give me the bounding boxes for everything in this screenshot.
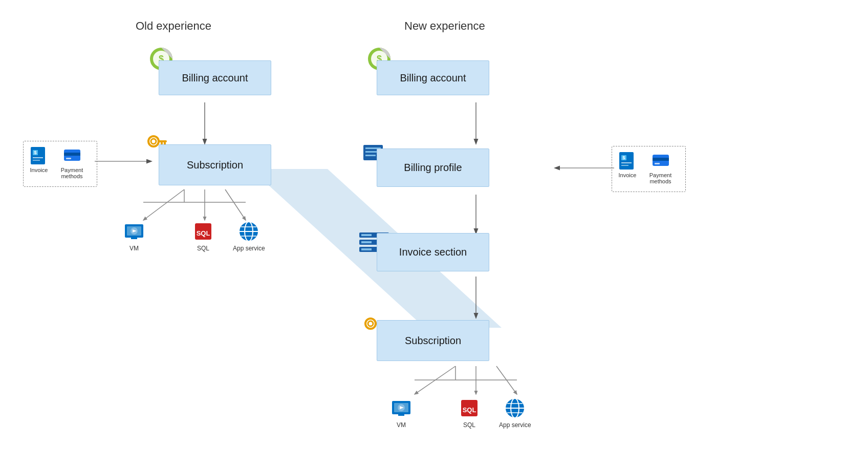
svg-rect-47 bbox=[66, 158, 71, 159]
old-subscription-label: Subscription bbox=[187, 159, 243, 171]
svg-rect-58 bbox=[361, 234, 372, 236]
old-appservice-icon-wrap: App service bbox=[233, 220, 265, 252]
svg-rect-54 bbox=[365, 155, 376, 156]
new-appservice-label: App service bbox=[499, 421, 531, 429]
svg-rect-79 bbox=[619, 152, 634, 170]
new-subscription-box: Subscription bbox=[377, 320, 489, 361]
svg-point-62 bbox=[368, 321, 373, 326]
old-billing-account-box: Billing account bbox=[159, 60, 271, 95]
old-subscription-box: Subscription bbox=[159, 144, 271, 185]
svg-point-22 bbox=[148, 136, 159, 146]
new-payment-icon-wrap: Payment methods bbox=[642, 152, 679, 184]
svg-text:$: $ bbox=[622, 155, 625, 160]
new-title: New experience bbox=[404, 19, 485, 33]
new-dashed-box: $ Invoice Payment methods bbox=[612, 146, 686, 192]
old-invoice-label: Invoice bbox=[30, 167, 48, 173]
svg-point-23 bbox=[151, 139, 156, 144]
svg-rect-59 bbox=[361, 241, 372, 243]
old-sql-label: SQL bbox=[197, 245, 209, 252]
svg-line-4 bbox=[225, 189, 246, 220]
new-invoice-icon: $ bbox=[618, 152, 637, 170]
old-billing-account-label: Billing account bbox=[182, 72, 248, 84]
svg-text:SQL: SQL bbox=[463, 406, 476, 414]
svg-rect-43 bbox=[33, 160, 40, 161]
old-title: Old experience bbox=[136, 19, 211, 33]
svg-rect-24 bbox=[158, 140, 167, 142]
svg-rect-60 bbox=[361, 248, 372, 250]
old-invoice-icon-wrap: $ Invoice bbox=[30, 146, 48, 173]
new-vm-icon bbox=[390, 397, 413, 419]
new-sql-icon: SQL bbox=[458, 397, 481, 419]
old-vm-icon bbox=[123, 220, 145, 243]
old-dashed-box: $ Invoice Payment methods bbox=[23, 141, 97, 187]
svg-rect-42 bbox=[33, 157, 43, 158]
new-subscription-label: Subscription bbox=[405, 335, 461, 347]
old-appservice-label: App service bbox=[233, 245, 265, 252]
svg-text:SQL: SQL bbox=[197, 229, 210, 237]
svg-point-61 bbox=[365, 319, 376, 329]
new-billing-account-label: Billing account bbox=[400, 72, 466, 84]
new-vm-icon-wrap: VM bbox=[390, 397, 413, 429]
diagram-container: Old experience $ Billing account Subscri… bbox=[0, 0, 868, 466]
old-payment-icon-wrap: Payment methods bbox=[53, 146, 91, 179]
svg-line-2 bbox=[143, 189, 184, 220]
old-payment-label: Payment methods bbox=[53, 167, 91, 179]
svg-rect-46 bbox=[64, 153, 80, 156]
old-sql-icon: SQL bbox=[192, 220, 214, 243]
svg-rect-70 bbox=[398, 414, 404, 416]
new-sql-label: SQL bbox=[463, 421, 475, 429]
svg-rect-86 bbox=[655, 163, 660, 164]
new-payment-icon bbox=[652, 152, 670, 170]
old-appservice-icon bbox=[237, 220, 260, 243]
svg-text:$: $ bbox=[34, 150, 36, 155]
new-invoice-icon-wrap: $ Invoice bbox=[618, 152, 637, 178]
new-billing-account-box: Billing account bbox=[377, 60, 489, 95]
svg-line-12 bbox=[415, 366, 455, 394]
svg-rect-85 bbox=[653, 158, 669, 161]
svg-rect-82 bbox=[621, 165, 628, 166]
new-appservice-icon-wrap: App service bbox=[499, 397, 531, 429]
old-vm-label: VM bbox=[129, 245, 139, 252]
new-invoice-label: Invoice bbox=[619, 172, 637, 178]
old-payment-icon bbox=[63, 146, 81, 165]
new-billing-profile-label: Billing profile bbox=[404, 162, 462, 174]
svg-rect-81 bbox=[621, 162, 632, 163]
new-appservice-icon bbox=[504, 397, 526, 419]
svg-line-14 bbox=[496, 366, 517, 394]
old-sql-icon-wrap: SQL SQL bbox=[192, 220, 214, 252]
old-vm-icon-wrap: VM bbox=[123, 220, 145, 252]
svg-rect-31 bbox=[131, 238, 137, 239]
old-invoice-icon: $ bbox=[30, 146, 48, 165]
new-vm-label: VM bbox=[397, 421, 406, 429]
svg-rect-40 bbox=[31, 147, 45, 164]
new-sql-icon-wrap: SQL SQL bbox=[458, 397, 481, 429]
new-payment-label: Payment methods bbox=[642, 172, 679, 184]
new-invoice-section-label: Invoice section bbox=[399, 246, 467, 258]
new-invoice-section-box: Invoice section bbox=[377, 233, 489, 271]
new-billing-profile-box: Billing profile bbox=[377, 149, 489, 187]
